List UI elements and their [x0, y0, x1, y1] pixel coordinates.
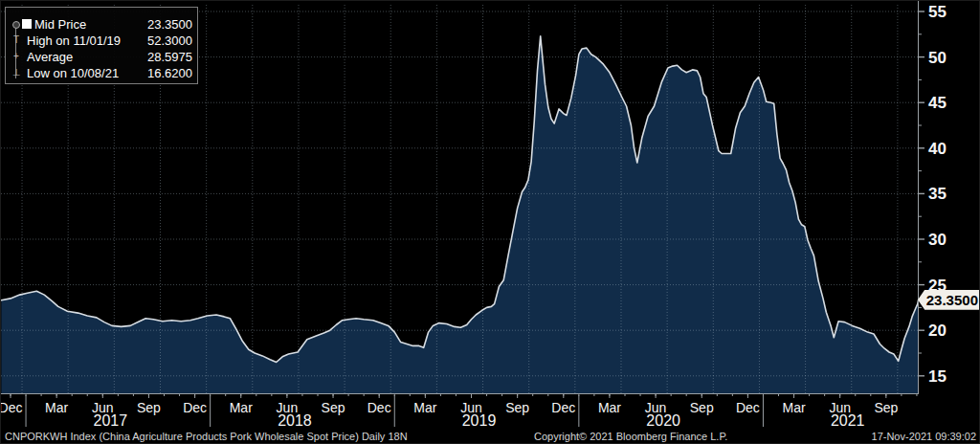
legend-row-mid-price: Mid Price 23.3500	[6, 16, 197, 33]
svg-text:Sep: Sep	[690, 400, 714, 415]
chart-legend: T + ⊥ Mid Price 23.3500 High on 11/01/19…	[5, 7, 198, 84]
timestamp: 17-Nov-2021 09:39:02	[872, 431, 976, 442]
last-price-tag: 23.3500	[918, 290, 980, 310]
svg-text:Dec: Dec	[736, 400, 760, 415]
svg-text:Mar: Mar	[598, 400, 621, 415]
bloomberg-chart-window: 152025303540455055DecMarJunSepDecMarJunS…	[0, 0, 980, 444]
legend-label: Mid Price	[34, 17, 86, 32]
svg-text:Dec: Dec	[183, 400, 207, 415]
legend-value: 28.5975	[147, 50, 192, 64]
svg-text:Dec: Dec	[1, 400, 22, 415]
svg-text:2019: 2019	[462, 412, 497, 429]
legend-value: 52.3000	[147, 33, 192, 48]
legend-row-high: High on 11/01/19 52.3000	[6, 33, 197, 49]
svg-text:2020: 2020	[646, 412, 680, 429]
svg-text:2021: 2021	[831, 412, 865, 429]
svg-text:Sep: Sep	[137, 400, 161, 415]
svg-text:50: 50	[928, 49, 947, 67]
svg-text:Mar: Mar	[413, 400, 436, 415]
svg-text:15: 15	[928, 367, 947, 386]
svg-text:Dec: Dec	[368, 400, 391, 415]
svg-text:Dec: Dec	[551, 400, 575, 415]
svg-text:40: 40	[928, 140, 947, 158]
svg-text:Sep: Sep	[874, 400, 898, 415]
svg-text:Sep: Sep	[322, 400, 345, 415]
svg-text:Mar: Mar	[782, 400, 805, 415]
svg-text:Mar: Mar	[45, 400, 68, 415]
svg-text:55: 55	[928, 3, 947, 21]
svg-text:20: 20	[928, 322, 947, 340]
legend-label: Average	[27, 50, 73, 64]
legend-label: Low on 10/08/21	[27, 66, 119, 80]
legend-row-low: Low on 10/08/21 16.6200	[6, 65, 197, 81]
svg-text:Mar: Mar	[230, 400, 253, 415]
copyright-notice: Copyright© 2021 Bloomberg Finance L.P.	[534, 431, 727, 442]
svg-text:2017: 2017	[94, 412, 128, 429]
legend-value: 23.3500	[147, 17, 192, 32]
svg-text:2018: 2018	[278, 412, 312, 429]
security-description: CNPORKWH Index (China Agriculture Produc…	[5, 431, 408, 442]
legend-label: High on 11/01/19	[27, 33, 121, 48]
svg-text:35: 35	[928, 185, 947, 203]
svg-text:45: 45	[928, 94, 947, 112]
mid-price-swatch-icon	[22, 19, 32, 29]
legend-value: 16.6200	[147, 66, 192, 80]
legend-row-average: Average 28.5975	[6, 49, 197, 65]
svg-text:Sep: Sep	[505, 400, 529, 415]
svg-text:30: 30	[928, 231, 947, 249]
